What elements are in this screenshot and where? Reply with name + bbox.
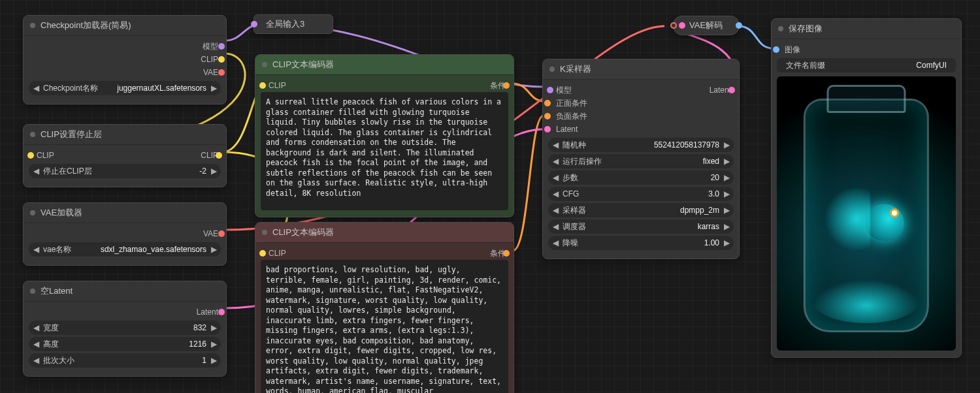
denoise-widget[interactable]: ◀降噪1.00▶ [548,236,734,250]
vae-name-widget[interactable]: ◀ vae名称 sdxl_zhamao_vae.safetensors ▶ [29,242,221,257]
save-image-node[interactable]: 保存图像 图像 文件名前缀 ComfyUI [771,18,962,358]
model-output-port[interactable] [218,43,225,50]
output-preview-image [777,76,956,351]
image-input-port[interactable] [773,46,779,53]
clip-input-port[interactable] [259,250,266,257]
clip-output-port[interactable] [216,152,222,159]
height-widget[interactable]: ◀高度1216▶ [29,337,221,351]
node-title: Checkpoint加载器(简易) [41,20,131,31]
checkpoint-name-widget[interactable]: ◀ Checkpoint名称 juggernautXL.safetensors … [29,81,221,95]
steps-widget[interactable]: ◀步数20▶ [548,170,734,185]
filename-widget[interactable]: 文件名前缀 ComfyUI [777,58,956,72]
cfg-widget[interactable]: ◀CFG3.0▶ [548,187,734,201]
positive-prompt-textarea[interactable]: A surreal little peacock fish of various… [261,92,508,210]
seed-widget[interactable]: ◀随机种552412058137978▶ [548,138,734,152]
global-input-node[interactable]: 全局输入3 [253,14,333,34]
negative-input-port[interactable] [544,113,551,119]
clip-skip-node[interactable]: CLIP设置停止层 CLIP CLIP ◀ 停止在CLIP层 -2 ▶ [23,124,227,187]
vae-output-port[interactable] [218,230,225,237]
model-input-port[interactable] [547,87,553,93]
vae-output-port[interactable] [218,69,225,76]
latent-output-port[interactable] [218,309,225,315]
ksampler-node[interactable]: K采样器 模型 Latent 正面条件 负面条件 Latent ◀随机种5524… [542,59,740,259]
clip-input-port[interactable] [27,152,34,159]
conditioning-output-port[interactable] [503,82,510,89]
conditioning-output-port[interactable] [503,250,510,257]
clip-input-port[interactable] [259,82,266,89]
clip-positive-node[interactable]: CLIP文本编码器 CLIP 条件 A surreal little peaco… [255,54,514,217]
image-output-port[interactable] [736,22,742,29]
clip-layer-widget[interactable]: ◀ 停止在CLIP层 -2 ▶ [29,164,221,178]
sampler-widget[interactable]: ◀采样器dpmpp_2m▶ [548,203,734,217]
reroute-in-port[interactable] [251,21,257,27]
seed-mode-widget[interactable]: ◀运行后操作fixed▶ [548,154,734,168]
positive-input-port[interactable] [544,100,551,106]
latent-input-port[interactable] [679,22,685,29]
vae-loader-node[interactable]: VAE加载器 VAE ◀ vae名称 sdxl_zhamao_vae.safet… [23,202,227,266]
negative-prompt-textarea[interactable]: bad proportions, low resolution, bad, ug… [261,260,508,393]
clip-output-port[interactable] [218,56,225,63]
width-widget[interactable]: ◀宽度832▶ [29,321,221,335]
empty-latent-node[interactable]: 空Latent Latent ◀宽度832▶ ◀高度1216▶ ◀批次大小1▶ [23,281,227,377]
latent-input-port[interactable] [544,126,551,133]
vae-input-port[interactable] [670,22,677,29]
latent-output-port[interactable] [728,87,735,93]
vae-decode-node[interactable]: VAE解码 [673,16,740,35]
checkpoint-loader-node[interactable]: Checkpoint加载器(简易) 模型 CLIP VAE ◀ Checkpoi… [23,15,227,104]
batch-widget[interactable]: ◀批次大小1▶ [29,353,221,368]
prev-arrow[interactable]: ◀ [31,84,41,93]
next-arrow[interactable]: ▶ [209,84,218,93]
clip-negative-node[interactable]: CLIP文本编码器 CLIP 条件 bad proportions, low r… [255,222,514,393]
scheduler-widget[interactable]: ◀调度器karras▶ [548,219,734,234]
